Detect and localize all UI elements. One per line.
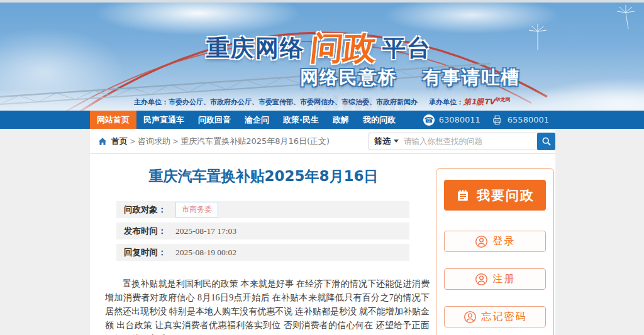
breadcrumb-separator: > xyxy=(172,137,179,146)
main-nav: 网站首页 民声直通车 问政回音 渝企问 政策·民生 政解 我的问政 ☎ 6308… xyxy=(0,111,644,129)
filter-label: 筛选 xyxy=(374,136,391,147)
register-button[interactable]: 注册 xyxy=(444,268,546,290)
undertaker-label: 承办单位： xyxy=(429,98,464,106)
chevron-down-icon xyxy=(394,140,399,143)
article-info-table: 问政对象： 市商务委 发布时间： 2025-08-17 17:03 回复时间： … xyxy=(116,201,409,261)
undertaker-logo-suffix: 华龙网 xyxy=(495,97,510,102)
nav-item-voice-line[interactable]: 民声直通车 xyxy=(136,111,191,129)
breadcrumb-row: 首页 > 咨询求助 > 重庆汽车置换补贴2025年8月16日(正文) 筛选 xyxy=(0,129,644,154)
dandelion-seed-icon xyxy=(525,23,550,51)
site-title-part1: 重庆网络 xyxy=(206,33,304,64)
register-label: 注册 xyxy=(493,273,516,286)
fax-icon xyxy=(491,114,503,126)
slogan-left: 网络民意桥 xyxy=(300,65,397,91)
contact-info: ☎ 63080011 65580001 xyxy=(423,111,555,129)
search-input[interactable] xyxy=(404,136,537,146)
user-icon xyxy=(475,273,488,286)
dandelion-seed-icon xyxy=(613,4,638,32)
search-icon xyxy=(541,136,552,146)
article-title: 重庆汽车置换补贴2025年8月16日 xyxy=(90,167,437,186)
home-icon xyxy=(97,136,108,146)
site-title-highlight: 问政 xyxy=(308,26,378,70)
search-box: 筛选 xyxy=(369,133,555,150)
phone-number: 63080011 xyxy=(439,115,480,124)
info-label: 问政对象： xyxy=(124,204,175,216)
user-icon xyxy=(475,235,488,248)
login-label: 登录 xyxy=(493,235,516,248)
article-body: 置换补贴就是利国利民的政策 本来就是好事 在经济下滑的情况下还能促进消费 增加消… xyxy=(105,277,430,335)
main-area: 重庆汽车置换补贴2025年8月16日 问政对象： 市商务委 发布时间： 2025… xyxy=(0,154,644,335)
nav-item-replies[interactable]: 问政回音 xyxy=(191,111,238,129)
slogan-right: 有事请吐槽 xyxy=(423,65,520,91)
info-label: 回复时间： xyxy=(124,247,175,258)
breadcrumb-separator: > xyxy=(130,137,136,146)
nav-item-policy-livelihood[interactable]: 政策·民生 xyxy=(276,111,326,129)
site-slogan: 网络民意桥 有事请吐槽 xyxy=(300,65,520,91)
login-button[interactable]: 登录 xyxy=(444,231,546,252)
info-row-reply-time: 回复时间： 2025-08-19 00:02 xyxy=(116,244,409,261)
action-sidebar: 我要问政 登录 xyxy=(436,168,554,335)
reply-time-value: 2025-08-19 00:02 xyxy=(175,248,236,258)
nav-item-yu-enterprise[interactable]: 渝企问 xyxy=(238,111,276,129)
article: 重庆汽车置换补贴2025年8月16日 问政对象： 市商务委 发布时间： 2025… xyxy=(90,154,437,335)
forgot-password-button[interactable]: 忘记密码 xyxy=(444,306,546,327)
nav-item-my-inquiries[interactable]: 我的问政 xyxy=(356,111,402,129)
breadcrumb-home[interactable]: 首页 xyxy=(111,136,128,147)
site-title-part2: 平台 xyxy=(382,33,431,64)
site-banner: 重庆网络 问政 平台 网络民意桥 有事请吐槽 主办单位：市委办公厅、市政府办公厅… xyxy=(0,3,644,111)
breadcrumb-category[interactable]: 咨询求助 xyxy=(138,136,170,147)
info-row-target: 问政对象： 市商务委 xyxy=(116,201,409,218)
undertaker-logo: 第1眼TV xyxy=(464,97,495,106)
nav-item-home[interactable]: 网站首页 xyxy=(90,111,136,129)
content-panel: 重庆汽车置换补贴2025年8月16日 问政对象： 市商务委 发布时间： 2025… xyxy=(90,154,555,335)
forgot-password-label: 忘记密码 xyxy=(482,310,527,324)
filter-dropdown[interactable]: 筛选 xyxy=(369,136,404,147)
organizers-text: 主办单位：市委办公厅、市政府办公厅、市委宣传部、市委网信办、市综治委、市政府新闻… xyxy=(134,98,418,106)
nav-item-policy-explain[interactable]: 政解 xyxy=(326,111,356,129)
target-agency-tag[interactable]: 市商务委 xyxy=(175,202,218,217)
site-title: 重庆网络 问政 平台 xyxy=(206,26,431,70)
fax-number: 65580001 xyxy=(508,115,549,124)
info-row-publish-time: 发布时间： 2025-08-17 17:03 xyxy=(116,222,409,239)
memo-icon xyxy=(455,188,470,203)
organizer-line: 主办单位：市委办公厅、市政府办公厅、市委宣传部、市委网信办、市综治委、市政府新闻… xyxy=(0,96,644,107)
ask-question-label: 我要问政 xyxy=(477,187,535,204)
search-button[interactable] xyxy=(537,133,555,150)
ask-question-button[interactable]: 我要问政 xyxy=(444,180,546,211)
info-label: 发布时间： xyxy=(124,226,175,237)
user-icon xyxy=(464,310,477,324)
phone-icon: ☎ xyxy=(423,114,435,126)
breadcrumb-current: 重庆汽车置换补贴2025年8月16日(正文) xyxy=(180,136,330,147)
publish-time-value: 2025-08-17 17:03 xyxy=(175,226,236,236)
